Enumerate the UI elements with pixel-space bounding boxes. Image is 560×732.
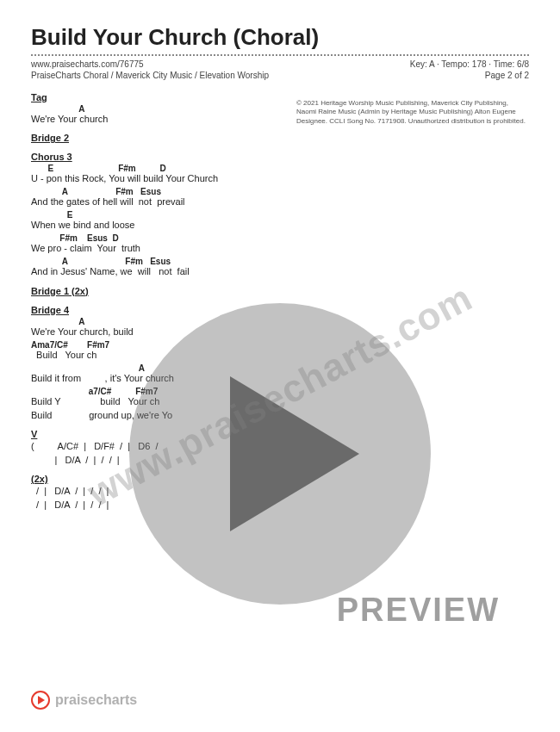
song-title: Build Your Church (Choral): [31, 24, 529, 51]
chord-line: A F#m Esus: [31, 257, 529, 266]
section-chorus-3: Chorus 3: [31, 152, 529, 162]
meta-row-1: www.praisecharts.com/76775 Key: A · Temp…: [31, 59, 529, 69]
chord-line: E F#m D: [31, 164, 529, 173]
lyric-line: We pro - claim Your truth: [31, 243, 529, 253]
lyric-line: When we bind and loose: [31, 220, 529, 230]
lyric-line: Build Y build Your ch: [31, 396, 529, 406]
preview-label: PREVIEW: [337, 592, 500, 629]
footer-logo: praisecharts: [31, 691, 137, 710]
chord-line: E: [31, 210, 529, 220]
artists: PraiseCharts Choral / Maverick City Musi…: [31, 71, 269, 80]
section-outro: (2x): [31, 474, 529, 484]
chord-line: Ama7/C# F#m7: [31, 340, 529, 350]
page: Build Your Church (Choral) www.praisecha…: [0, 0, 560, 732]
chord-line: a7/C# F#m7: [31, 387, 529, 396]
section-bridge-1-2x: Bridge 1 (2x): [31, 286, 529, 296]
lyric-line: And the gates of hell will not prevail: [31, 196, 529, 207]
section-vamp: V: [31, 429, 529, 439]
lyric-line: And in Jesus' Name, we will not fail: [31, 266, 529, 276]
meta-row-2: PraiseCharts Choral / Maverick City Musi…: [31, 71, 529, 80]
lyric-line: Build ground up, we're Yo: [31, 410, 529, 420]
copyright-block: © 2021 Heritage Worship Music Publishing…: [296, 99, 529, 126]
source-url: www.praisecharts.com/76775: [31, 59, 144, 69]
footer-brand-text: praisecharts: [55, 692, 137, 708]
chord-progression: / | D/A / | / / |: [31, 499, 529, 510]
chord-progression: / | D/A / | / / |: [31, 486, 529, 496]
lyric-line: We're Your church, build: [31, 326, 529, 337]
key-tempo-time: Key: A · Tempo: 178 · Time: 6/8: [410, 59, 529, 69]
chord-progression: | D/A / | / / |: [31, 455, 529, 465]
lyric-line: U - pon this Rock, You will build Your C…: [31, 173, 529, 183]
page-number: Page 2 of 2: [485, 71, 529, 80]
lyrics-content: Tag A We're Your church Bridge 2 Chorus …: [31, 92, 529, 510]
chord-line: A: [31, 317, 529, 326]
lyric-line: Build Your ch: [31, 350, 529, 360]
chord-line: A: [31, 363, 529, 373]
section-bridge-4: Bridge 4: [31, 305, 529, 315]
play-triangle-icon: [38, 696, 45, 704]
chord-line: F#m Esus D: [31, 233, 529, 243]
section-bridge-2: Bridge 2: [31, 133, 529, 143]
chord-line: A F#m Esus: [31, 187, 529, 196]
divider: [31, 54, 529, 56]
praisecharts-icon: [31, 691, 50, 710]
lyric-line: Build it from , it's Your church: [31, 373, 529, 383]
chord-progression: ( A/C# | D/F# / | D6 /: [31, 441, 529, 451]
